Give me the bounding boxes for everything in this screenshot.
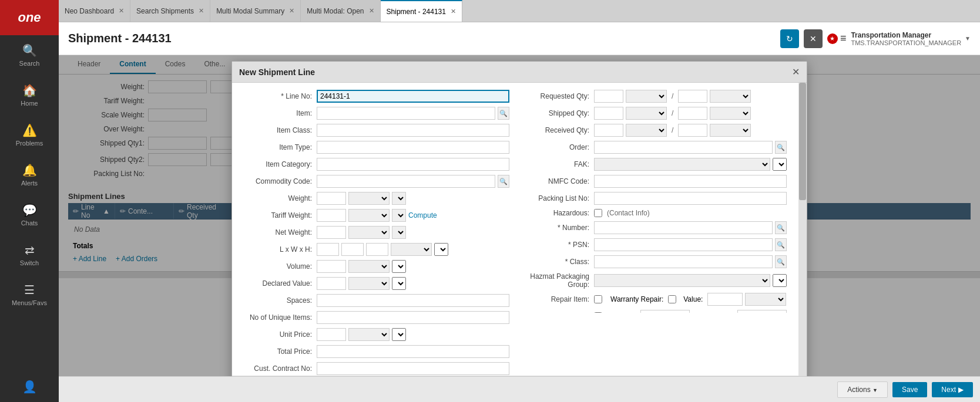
requested-qty-input[interactable]	[594, 90, 623, 103]
net-weight-type-select[interactable]: ▼	[392, 226, 406, 239]
net-weight-input[interactable]	[317, 226, 346, 239]
declared-value-select[interactable]	[348, 277, 390, 290]
net-weight-select[interactable]	[348, 226, 390, 239]
length-input[interactable]	[317, 243, 339, 256]
value-input[interactable]	[707, 293, 743, 306]
duty-free-checkbox[interactable]	[594, 312, 602, 313]
next-button[interactable]: Next ▶	[932, 382, 973, 397]
class-search-button[interactable]: 🔍	[775, 255, 787, 268]
shipped-qty-input[interactable]	[594, 107, 623, 120]
line-no-input[interactable]	[317, 90, 509, 103]
tab-close-multi-modal-summary[interactable]: ✕	[289, 7, 294, 15]
tab-search-shipments[interactable]: Search Shipments ✕	[130, 0, 210, 22]
shipped-qty-input2[interactable]	[678, 107, 707, 120]
psn-search-button[interactable]: 🔍	[775, 238, 787, 251]
user-section[interactable]: Transportation Manager TMS.TRANSPORTATIO…	[851, 31, 971, 46]
received-qty-input2[interactable]	[678, 124, 707, 137]
sidebar-item-search[interactable]: 🔍 Search	[0, 35, 59, 75]
requested-qty-select[interactable]	[626, 90, 667, 103]
hazardous-row: Hazardous: (Contact Info)	[521, 209, 787, 217]
order-search-button[interactable]: 🔍	[775, 141, 787, 154]
fak-type-select[interactable]: ▼	[773, 158, 787, 171]
class-input[interactable]	[594, 255, 773, 268]
sidebar-item-home[interactable]: 🏠 Home	[0, 75, 59, 115]
spaces-input[interactable]	[317, 294, 509, 307]
item-type-input[interactable]	[317, 141, 509, 154]
lxwxh-unit-select[interactable]	[391, 243, 432, 256]
weight-unit-select[interactable]	[348, 192, 390, 205]
requested-qty-select2[interactable]	[710, 90, 751, 103]
value-select[interactable]	[745, 293, 786, 306]
item-search-button[interactable]: 🔍	[498, 107, 509, 120]
actions-button[interactable]: Actions ▼	[837, 381, 888, 398]
fak-select[interactable]	[594, 158, 770, 171]
profile-icon: 👤	[22, 380, 37, 394]
tariff-weight-unit-select[interactable]	[348, 209, 390, 222]
received-qty-input[interactable]	[594, 124, 623, 137]
tab-multi-modal-summary[interactable]: Multi Modal Summary ✕	[210, 0, 301, 22]
volume-type-select[interactable]: ▼	[392, 260, 406, 273]
sidebar-item-alerts[interactable]: 🔔 Alerts	[0, 155, 59, 195]
hazmat-packaging-type-select[interactable]: ▼	[773, 274, 787, 287]
lxwxh-type-select[interactable]: ▼	[434, 243, 448, 256]
warranty-repair-checkbox[interactable]	[668, 295, 676, 303]
received-qty-select2[interactable]	[710, 124, 751, 137]
no-unique-items-input[interactable]	[317, 311, 509, 324]
requested-qty-input2[interactable]	[678, 90, 707, 103]
tab-close-multi-modal-open[interactable]: ✕	[369, 7, 374, 15]
cust-contract-input[interactable]	[317, 362, 509, 375]
unit-price-type-select[interactable]: ▼	[392, 328, 406, 341]
width-input[interactable]	[341, 243, 364, 256]
modal-close-button[interactable]: ✕	[792, 66, 800, 77]
sidebar-item-chats[interactable]: 💬 Chats	[0, 195, 59, 235]
tab-multi-modal-open[interactable]: Multi Modal: Open ✕	[301, 0, 380, 22]
compute-link[interactable]: Compute	[408, 211, 437, 219]
unit-price-input[interactable]	[317, 328, 346, 341]
height-input[interactable]	[366, 243, 388, 256]
weight-type-select[interactable]: ▼	[392, 192, 406, 205]
secondary-input[interactable]	[737, 310, 787, 313]
tab-close-neo-dashboard[interactable]: ✕	[119, 7, 124, 15]
primary-input[interactable]	[640, 310, 690, 313]
sidebar-item-switch[interactable]: ⇄ Switch	[0, 235, 59, 275]
refresh-button[interactable]: ↻	[780, 29, 799, 48]
sidebar-item-problems[interactable]: ⚠️ Problems	[0, 115, 59, 155]
modal-vertical-scrollbar[interactable]	[798, 83, 807, 376]
sidebar-item-profile[interactable]: 👤	[0, 371, 59, 402]
tab-close-search-shipments[interactable]: ✕	[199, 7, 204, 15]
shipped-qty-select2[interactable]	[710, 107, 751, 120]
tab-neo-dashboard[interactable]: Neo Dashboard ✕	[59, 0, 130, 22]
tariff-weight-value-input[interactable]	[317, 209, 346, 222]
commodity-code-input[interactable]	[317, 175, 495, 188]
order-input[interactable]	[594, 141, 773, 154]
hazmat-packaging-select[interactable]	[594, 274, 770, 287]
close-page-button[interactable]: ✕	[804, 29, 823, 48]
item-input[interactable]	[317, 107, 495, 120]
number-search-button[interactable]: 🔍	[775, 221, 787, 234]
shipped-qty-select[interactable]	[626, 107, 667, 120]
unit-price-select[interactable]	[348, 328, 390, 341]
volume-unit-select[interactable]	[348, 260, 390, 273]
commodity-search-button[interactable]: 🔍	[498, 175, 509, 188]
packing-list-no-input[interactable]	[594, 192, 787, 205]
weight-value-input[interactable]	[317, 192, 346, 205]
tab-close-shipment-244131[interactable]: ✕	[451, 8, 456, 15]
save-button[interactable]: Save	[892, 382, 927, 397]
tariff-weight-type-select[interactable]: ▼	[392, 209, 406, 222]
repair-item-checkbox[interactable]	[594, 295, 602, 303]
hazardous-checkbox[interactable]	[594, 209, 602, 217]
item-category-input[interactable]	[317, 158, 509, 171]
nmfc-code-input[interactable]	[594, 175, 787, 188]
item-class-input[interactable]	[317, 124, 509, 137]
net-weight-label: Net Weight:	[244, 228, 314, 237]
number-input[interactable]	[594, 221, 773, 234]
declared-value-input[interactable]	[317, 277, 346, 290]
sidebar-item-menus[interactable]: ☰ Menus/Favs	[0, 275, 59, 315]
psn-input[interactable]	[594, 238, 773, 251]
total-price-input[interactable]	[317, 345, 509, 358]
tab-shipment-244131[interactable]: Shipment - 244131 ✕	[381, 0, 462, 22]
volume-input[interactable]	[317, 260, 346, 273]
hamburger-menu-button[interactable]: ≡	[840, 32, 847, 45]
declared-value-type-select[interactable]: ▼	[392, 277, 406, 290]
received-qty-select[interactable]	[626, 124, 667, 137]
